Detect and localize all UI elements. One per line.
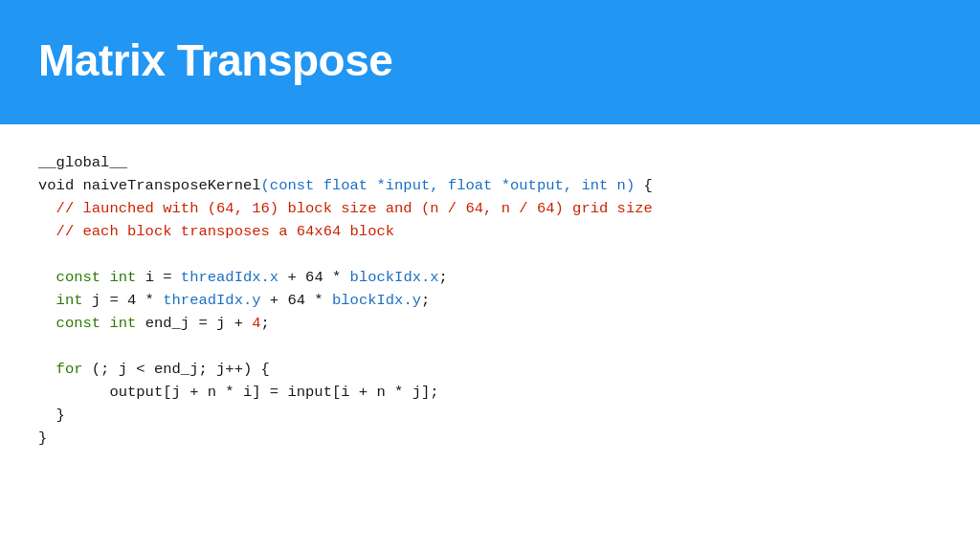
code-line-11: output[j + n * i] = input[i + n * j]; xyxy=(38,381,942,404)
code-line-4: // each block transposes a 64x64 block xyxy=(38,220,942,243)
blank-line-2 xyxy=(38,335,942,358)
code-line-8: const int end_j = j + 4; xyxy=(38,312,942,335)
code-line-7: int j = 4 * threadIdx.y + 64 * blockIdx.… xyxy=(38,289,942,312)
content-area: __global__ void naiveTransposeKernel(con… xyxy=(0,124,980,469)
code-line-2: void naiveTransposeKernel(const float *i… xyxy=(38,174,942,197)
code-line-6: const int i = threadIdx.x + 64 * blockId… xyxy=(38,266,942,289)
code-line-13: } xyxy=(38,427,942,450)
header: Matrix Transpose xyxy=(0,0,980,124)
code-line-12: } xyxy=(38,404,942,427)
code-block: __global__ void naiveTransposeKernel(con… xyxy=(38,151,942,450)
code-line-10: for (; j < end_j; j++) { xyxy=(38,358,942,381)
blank-line-1 xyxy=(38,243,942,266)
code-line-3: // launched with (64, 16) block size and… xyxy=(38,197,942,220)
code-line-1: __global__ xyxy=(38,151,942,174)
page-title: Matrix Transpose xyxy=(38,34,392,86)
